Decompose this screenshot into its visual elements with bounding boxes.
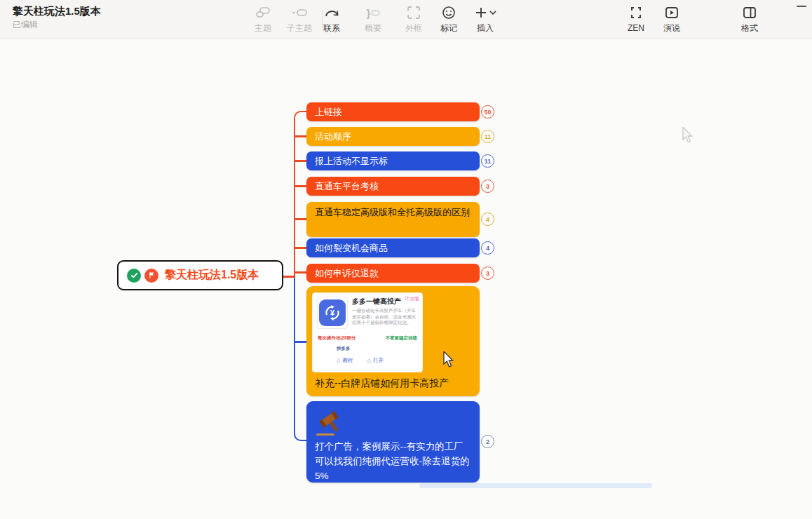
count-badge-value: 11 xyxy=(485,133,492,140)
boundary-icon xyxy=(395,4,432,21)
zen-button[interactable]: ZEN xyxy=(618,4,654,34)
insert-label: 插入 xyxy=(467,22,503,34)
insert-plus-icon xyxy=(467,4,503,21)
branch-node-zhitongche-qubie[interactable]: 直通车稳定高级版和全托高级版的区别 xyxy=(306,202,480,237)
topic-icon xyxy=(245,4,281,21)
topic-label: 主题 xyxy=(245,22,281,34)
home-icon: ⌂ xyxy=(337,357,340,364)
connector-stub xyxy=(295,271,306,274)
present-button[interactable]: 演说 xyxy=(654,4,690,34)
count-badge-value: 50 xyxy=(484,109,491,116)
connector-stub xyxy=(295,341,306,343)
count-badge-value: 3 xyxy=(486,270,489,277)
zen-label: ZEN xyxy=(618,22,654,34)
connector-root-stub xyxy=(283,276,295,278)
branch-node-huodong-shunxu[interactable]: 活动顺序 xyxy=(306,127,480,146)
count-badge-value: 2 xyxy=(486,438,489,445)
root-topic-node[interactable]: 擎天柱玩法1.5版本 xyxy=(117,260,283,290)
branch-node-shensu-tuikuan[interactable]: 如何申诉仅退款 xyxy=(306,264,480,283)
format-button[interactable]: 格式 xyxy=(731,4,768,34)
flag-circle-icon[interactable] xyxy=(144,269,158,283)
relationship-button[interactable]: 联系 xyxy=(313,4,350,34)
connector-spine-lower xyxy=(294,277,307,441)
present-label: 演说 xyxy=(654,22,690,34)
card-stat-cost: 每次操作/扣20积分 xyxy=(318,335,356,342)
count-badge[interactable]: 4 xyxy=(481,213,494,226)
subtopic-label: 子主题 xyxy=(281,22,318,34)
boundary-label: 外框 xyxy=(395,22,432,34)
count-badge-value: 3 xyxy=(486,183,489,190)
branch-label: 如何申诉仅退款 xyxy=(315,267,379,280)
summary-icon: } xyxy=(355,4,391,21)
count-badge[interactable]: 11 xyxy=(481,154,494,168)
branch-label: 上链接 xyxy=(315,106,342,119)
card-edition-tag: 计次版 xyxy=(405,295,419,302)
check-circle-icon[interactable] xyxy=(127,269,141,283)
card-store-label: 拼多多 xyxy=(337,346,418,352)
connector-stub xyxy=(295,160,306,162)
branch-node-zhitongche-kaohe[interactable]: 直通车平台考核 xyxy=(306,177,480,196)
card-app-description: 一键自动化卡高投产开车（开车老手必看）全自动，适合去测试您第十个超低价格绑定玩法… xyxy=(352,308,418,326)
card-open-label: 打开 xyxy=(373,357,384,364)
summary-label: 概要 xyxy=(355,22,391,34)
marker-button[interactable]: 标记 xyxy=(431,4,467,34)
home-icon: ⌂ xyxy=(367,357,370,364)
branch-label: 报上活动不显示标 xyxy=(315,155,388,168)
document-meta: 擎天柱玩法1.5版本 已编辑 xyxy=(13,4,101,31)
summary-button[interactable]: } 概要 xyxy=(355,4,391,34)
card-tutorial-button[interactable]: ⌂ 教程 xyxy=(337,357,353,364)
insert-button[interactable]: 插入 xyxy=(467,4,503,34)
document-title: 擎天柱玩法1.5版本 xyxy=(13,4,101,18)
subtopic-button[interactable]: 子主题 xyxy=(281,4,318,34)
count-badge[interactable]: 2 xyxy=(481,435,494,448)
count-badge[interactable]: 4 xyxy=(481,241,494,255)
svg-text:¥: ¥ xyxy=(330,309,335,317)
connector-stub xyxy=(295,185,306,187)
branch-node-shanglianjie[interactable]: 上链接 xyxy=(306,102,480,121)
format-panel-icon xyxy=(731,4,768,21)
ad-node[interactable]: 打个广告，案例展示--有实力的工厂可以找我们纯佣代运营收-除去退货的5% xyxy=(306,401,480,483)
zen-mode-icon xyxy=(618,4,654,21)
connector-stub xyxy=(295,247,306,249)
horizontal-scrollbar[interactable] xyxy=(419,483,652,488)
connector-stub xyxy=(295,218,306,220)
app-icon-frame: ¥ xyxy=(317,297,348,329)
count-badge-value: 4 xyxy=(486,216,489,223)
boundary-button[interactable]: 外框 xyxy=(395,4,432,34)
branch-label: 直通车平台考核 xyxy=(315,180,379,193)
supplement-node-label: 补充--白牌店铺如何用卡高投产 xyxy=(312,377,474,390)
count-badge[interactable]: 11 xyxy=(481,130,494,143)
gavel-icon xyxy=(315,408,471,436)
supplement-node[interactable]: 计次版 ¥ 多多一键高投产 一键自动化卡高投产开车（开车老手必看）全自动，适合 xyxy=(306,286,480,396)
window-minimize-dash[interactable] xyxy=(797,6,806,7)
marker-label: 标记 xyxy=(431,22,467,34)
branch-node-baoshang-huodong[interactable]: 报上活动不显示标 xyxy=(306,151,480,170)
count-badge[interactable]: 3 xyxy=(481,267,494,280)
format-label: 格式 xyxy=(731,22,768,34)
count-badge[interactable]: 50 xyxy=(481,105,494,119)
card-open-button[interactable]: ⌂ 打开 xyxy=(367,357,383,364)
yuan-cycle-icon: ¥ xyxy=(319,299,346,326)
marker-smiley-icon xyxy=(431,4,467,21)
relationship-icon xyxy=(313,4,350,21)
count-badge-value: 11 xyxy=(485,158,492,165)
ghost-cursor xyxy=(682,127,697,144)
count-badge-value: 4 xyxy=(486,245,489,252)
toolbar: 擎天柱玩法1.5版本 已编辑 主题 子主题 联系 } xyxy=(0,0,812,39)
card-stat-note: 不变更稳定训练 xyxy=(386,335,418,342)
ad-node-text: 打个广告，案例展示--有实力的工厂可以找我们纯佣代运营收-除去退货的5% xyxy=(315,439,471,483)
branch-node-liebian-shangpin[interactable]: 如何裂变机会商品 xyxy=(306,238,480,257)
subtopic-icon xyxy=(281,4,318,21)
mindmap-canvas[interactable]: 擎天柱玩法1.5版本 上链接 活动顺序 报上活动不显示标 直通车平台考核 直通车… xyxy=(0,39,812,519)
card-tutorial-label: 教程 xyxy=(342,357,353,364)
embedded-app-card-image[interactable]: 计次版 ¥ 多多一键高投产 一键自动化卡高投产开车（开车老手必看）全自动，适合 xyxy=(312,292,423,372)
present-play-icon xyxy=(654,4,690,21)
topic-button[interactable]: 主题 xyxy=(245,4,281,34)
branch-label: 活动顺序 xyxy=(315,130,351,143)
branch-label: 如何裂变机会商品 xyxy=(315,242,388,255)
mouse-cursor xyxy=(443,351,458,368)
connector-stub xyxy=(295,135,306,137)
document-status: 已编辑 xyxy=(13,18,101,31)
branch-label: 直通车稳定高级版和全托高级版的区别 xyxy=(315,205,470,220)
count-badge[interactable]: 3 xyxy=(481,180,494,193)
